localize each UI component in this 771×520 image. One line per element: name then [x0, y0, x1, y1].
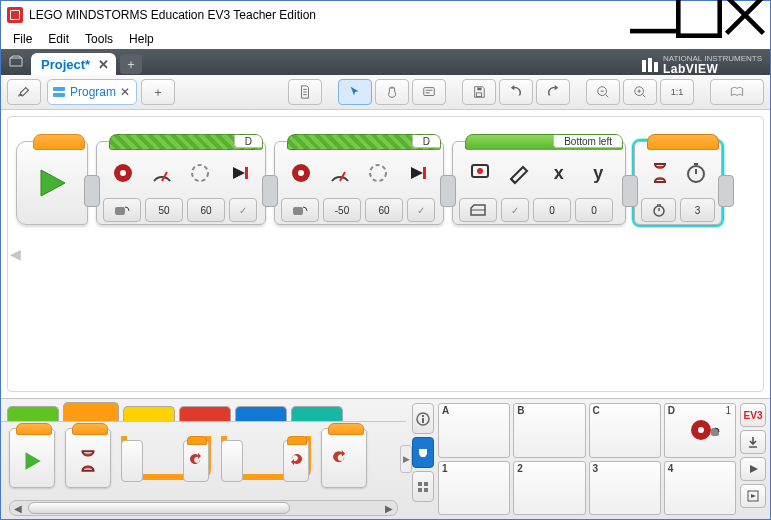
close-button[interactable]: [722, 1, 768, 29]
seconds-value[interactable]: 3: [680, 198, 715, 222]
zoom-reset-button[interactable]: 1:1: [660, 79, 694, 105]
power-icon: [146, 155, 179, 191]
available-bricks-tab[interactable]: [412, 471, 434, 502]
port-selector[interactable]: D: [412, 135, 440, 148]
brick-info-tab[interactable]: [412, 403, 434, 434]
power-value[interactable]: -50: [323, 198, 361, 222]
redo-button[interactable]: [536, 79, 570, 105]
project-properties-button[interactable]: [7, 79, 41, 105]
run-selected-button[interactable]: [740, 484, 766, 508]
palette-interrupt-block[interactable]: [321, 428, 367, 488]
brand-product: LabVIEW: [663, 63, 762, 75]
svg-rect-30: [424, 482, 428, 486]
svg-point-13: [120, 170, 126, 176]
port-b[interactable]: B: [513, 403, 585, 458]
add-program-button[interactable]: ＋: [141, 79, 175, 105]
medium-motor-block-2[interactable]: D -50 60 ✓: [274, 141, 444, 225]
palette-expand-button[interactable]: ▶: [400, 445, 412, 473]
palette-tab-action[interactable]: [7, 406, 59, 421]
pan-tool-button[interactable]: [375, 79, 409, 105]
hardware-panel: A B C D 1 1 2 3 4 EV3: [406, 399, 770, 519]
display-file-label[interactable]: Bottom left: [553, 135, 622, 148]
menu-tools[interactable]: Tools: [77, 30, 121, 48]
port-4[interactable]: 4: [664, 461, 736, 516]
palette-tab-advanced[interactable]: [235, 406, 287, 421]
scroll-thumb[interactable]: [28, 502, 290, 514]
canvas-nav-left-icon[interactable]: ◀: [10, 246, 21, 262]
menu-edit[interactable]: Edit: [40, 30, 77, 48]
port-view-tab[interactable]: [412, 437, 434, 468]
scroll-right-icon[interactable]: ▶: [382, 501, 396, 515]
svg-rect-28: [422, 415, 424, 417]
project-tab[interactable]: Project* ✕: [31, 53, 116, 75]
palette-tab-data[interactable]: [179, 406, 231, 421]
clear-value[interactable]: ✓: [501, 198, 529, 222]
palette-scrollbar[interactable]: ◀ ▶: [9, 500, 398, 516]
zoom-out-button[interactable]: [586, 79, 620, 105]
download-button[interactable]: [740, 430, 766, 454]
minimize-button[interactable]: [630, 1, 676, 29]
ev3-badge: EV3: [740, 403, 766, 427]
beam-connector-end: [718, 175, 734, 207]
run-button[interactable]: [740, 457, 766, 481]
port-a[interactable]: A: [438, 403, 510, 458]
svg-rect-27: [422, 418, 424, 423]
menu-help[interactable]: Help: [121, 30, 162, 48]
start-block[interactable]: [16, 141, 88, 225]
content-editor-button[interactable]: [710, 79, 764, 105]
comment-tool-button[interactable]: [412, 79, 446, 105]
port-3[interactable]: 3: [589, 461, 661, 516]
palette-loop-block[interactable]: [121, 428, 211, 486]
port-d-value: 1: [725, 405, 731, 416]
palette-tab-myblocks[interactable]: [291, 406, 343, 421]
wait-block[interactable]: 3: [634, 141, 722, 225]
save-button[interactable]: [462, 79, 496, 105]
power-value[interactable]: 50: [145, 198, 183, 222]
close-program-icon[interactable]: ✕: [120, 85, 130, 99]
scroll-left-icon[interactable]: ◀: [11, 501, 25, 515]
port-selector[interactable]: D: [234, 135, 262, 148]
svg-rect-6: [53, 93, 65, 97]
close-project-icon[interactable]: ✕: [96, 57, 110, 71]
palette-panel: ◀ ▶ ▶: [1, 399, 406, 519]
maximize-button[interactable]: [676, 1, 722, 29]
medium-motor-block-1[interactable]: D 50 60 ✓: [96, 141, 266, 225]
palette-tab-flow[interactable]: [63, 402, 119, 421]
brake-value[interactable]: ✓: [407, 198, 435, 222]
port-1[interactable]: 1: [438, 461, 510, 516]
port-c[interactable]: C: [589, 403, 661, 458]
y-label-icon: y: [582, 155, 616, 191]
canvas[interactable]: ◀ D: [1, 110, 770, 398]
rotations-value[interactable]: 60: [187, 198, 225, 222]
y-value[interactable]: 0: [575, 198, 613, 222]
rotations-icon: [362, 155, 395, 191]
x-value[interactable]: 0: [533, 198, 571, 222]
display-block[interactable]: Bottom left x y ✓ 0 0: [452, 141, 626, 225]
mode-selector[interactable]: [281, 198, 319, 222]
zoom-in-button[interactable]: [623, 79, 657, 105]
port-d[interactable]: D 1: [664, 403, 736, 458]
mode-selector[interactable]: [641, 198, 676, 222]
program-tab[interactable]: Program ✕: [47, 79, 137, 105]
port-2[interactable]: 2: [513, 461, 585, 516]
hourglass-icon: [645, 155, 675, 191]
palette-tabs: [1, 399, 406, 421]
lobby-icon[interactable]: [1, 49, 31, 75]
undo-button[interactable]: [499, 79, 533, 105]
project-tab-label: Project*: [41, 57, 90, 72]
mode-selector[interactable]: [459, 198, 497, 222]
rotations-value[interactable]: 60: [365, 198, 403, 222]
document-button[interactable]: [288, 79, 322, 105]
palette-start-block[interactable]: [9, 428, 55, 488]
svg-rect-7: [424, 88, 435, 96]
brake-value[interactable]: ✓: [229, 198, 257, 222]
palette-switch-block[interactable]: [221, 428, 311, 486]
svg-rect-29: [418, 482, 422, 486]
add-project-button[interactable]: ＋: [120, 54, 142, 74]
mode-selector[interactable]: [103, 198, 141, 222]
menu-file[interactable]: File: [5, 30, 40, 48]
canvas-inner: ◀ D: [7, 116, 764, 392]
palette-wait-block[interactable]: [65, 428, 111, 488]
palette-tab-sensor[interactable]: [123, 406, 175, 421]
pointer-tool-button[interactable]: [338, 79, 372, 105]
